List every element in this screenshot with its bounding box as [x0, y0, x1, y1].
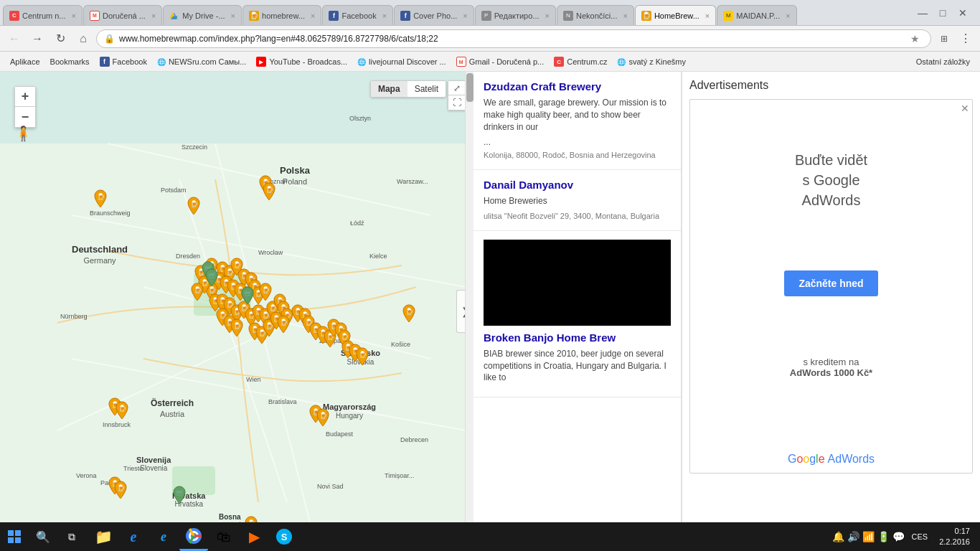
back-button[interactable]: ←: [4, 29, 24, 49]
keyboard-lang[interactable]: CES: [909, 532, 931, 541]
home-button[interactable]: ⌂: [73, 29, 93, 49]
task-view-button[interactable]: ⧉: [57, 522, 86, 551]
network-icon[interactable]: 📶: [862, 531, 875, 542]
tab-close-facebook[interactable]: ×: [382, 11, 387, 20]
taskbar-pinned-icons: 📁 e e 🛍 ▶: [86, 522, 301, 551]
listing-name-danail: Danail Damyanov: [484, 179, 671, 191]
tabs-area: CCentrum n...×MDoručená ...×My Drive -..…: [3, 0, 908, 25]
tab-close-redaktor[interactable]: ×: [545, 11, 550, 20]
bookmark-facebook-bm[interactable]: fFacebook: [95, 55, 151, 68]
map-container[interactable]: Polska Poland Deutschland Germany Österr…: [0, 72, 473, 551]
forward-button[interactable]: →: [27, 29, 47, 49]
ad-cta-button[interactable]: Začněte hned: [784, 270, 877, 296]
taskbar-icon-store[interactable]: 🛍: [209, 522, 238, 551]
tab-redaktor[interactable]: РРедактиро...×: [475, 5, 556, 25]
tab-centrum[interactable]: CCentrum n...×: [3, 5, 83, 25]
bookmark-bookmarks[interactable]: Bookmarks: [46, 56, 94, 67]
tab-facebook[interactable]: fFacebook×: [322, 5, 393, 25]
tab-close-homebrew1[interactable]: ×: [311, 11, 315, 20]
start-button[interactable]: [0, 522, 29, 551]
map-fullscreen-button[interactable]: ⛶: [448, 95, 466, 110]
map-beer-marker[interactable]: 🍺: [187, 196, 201, 219]
taskbar-icon-media[interactable]: ▶: [240, 522, 268, 551]
map-expand-button[interactable]: ⤢: [448, 81, 466, 95]
map-beer-marker[interactable]: 🍺: [113, 480, 128, 503]
map-beer-marker[interactable]: 🍺: [276, 314, 291, 337]
message-icon[interactable]: 💬: [892, 531, 905, 542]
map-type-satellite-button[interactable]: Satelit: [407, 81, 446, 97]
search-button[interactable]: 🔍: [29, 522, 57, 551]
city-lodz: Łódź: [350, 220, 364, 227]
map-beer-marker[interactable]: 🍺: [93, 189, 108, 212]
map-beer-marker[interactable]: 🍺: [355, 347, 369, 369]
tab-homebrew2[interactable]: 🍺HomeBrew...×: [635, 5, 716, 25]
bookmark-newsru[interactable]: 🌐NEWSru.com Самы...: [153, 55, 251, 68]
tab-maidan[interactable]: МMAIDAN.P...×: [717, 5, 796, 25]
map-beer-marker[interactable]: 🍺: [262, 182, 276, 204]
map-shop-marker[interactable]: 🛒: [204, 268, 219, 291]
taskbar-icon-chrome[interactable]: [179, 522, 208, 551]
listing-item-brokenbanjo[interactable]: Broken Banjo Home Brew BIAB brewer since…: [473, 231, 681, 397]
close-button[interactable]: ✕: [954, 4, 971, 22]
map-beer-marker[interactable]: 🍺: [115, 400, 129, 423]
taskbar-icon-edge[interactable]: e: [149, 522, 178, 551]
map-scrollbar[interactable]: [465, 72, 473, 551]
tab-close-mydrive[interactable]: ×: [231, 11, 235, 20]
bookmarks-bar: AplikaceBookmarksfFacebook🌐NEWSru.com Са…: [0, 52, 980, 72]
battery-icon[interactable]: 🔋: [877, 531, 890, 542]
tab-nekoncici[interactable]: NNekončíci...×: [557, 5, 634, 25]
bookmarks-other[interactable]: Ostatní záložky: [912, 56, 974, 67]
taskbar-icon-ie[interactable]: e: [119, 522, 148, 551]
address-bar[interactable]: 🔒 www.homebrewmap.com/index.php?lang=en#…: [96, 29, 931, 48]
tab-close-homebrew2[interactable]: ×: [705, 11, 710, 20]
bookmark-gmail-bm[interactable]: MGmail - Doručená p...: [452, 55, 549, 69]
tab-close-nekoncici[interactable]: ×: [623, 11, 627, 20]
bookmark-youtube[interactable]: ▶YouTube - Broadcas...: [252, 55, 352, 69]
tab-mydrive[interactable]: My Drive -...×: [163, 5, 242, 25]
tab-close-centrum[interactable]: ×: [72, 11, 76, 20]
maximize-button[interactable]: □: [934, 4, 951, 22]
taskbar-icon-explorer[interactable]: 📁: [89, 522, 118, 551]
map-beer-marker[interactable]: 🍺: [316, 408, 330, 430]
bookmark-livejournal[interactable]: 🌐livejournal Discover ...: [353, 55, 451, 68]
map-shop-marker[interactable]: 🛒: [240, 286, 255, 309]
map-beer-marker[interactable]: 🍺: [230, 318, 244, 341]
map-shop-marker[interactable]: 🛒: [172, 485, 187, 508]
reload-button[interactable]: ↻: [50, 29, 70, 49]
tab-close-maidan[interactable]: ×: [786, 11, 790, 20]
map-beer-marker[interactable]: 🍺: [190, 282, 204, 305]
map-type-map-button[interactable]: Mapa: [371, 81, 407, 97]
bookmark-aplikace[interactable]: Aplikace: [6, 56, 44, 67]
ad-close-button[interactable]: ✕: [961, 103, 969, 114]
tab-close-coverphoto[interactable]: ×: [463, 11, 467, 20]
internet-explorer-icon: e: [125, 528, 142, 545]
clock[interactable]: 0:17 2.2.2016: [935, 526, 974, 548]
extensions-button[interactable]: ⊞: [934, 29, 954, 49]
minimize-button[interactable]: —: [914, 4, 931, 22]
pegman[interactable]: 🧍: [14, 125, 32, 142]
tab-homebrew1[interactable]: 🍺homebrew...×: [242, 5, 321, 25]
ad-main-text: Buďte vidět s Google AdWords: [795, 150, 867, 210]
listing-image-brokenbanjo: [484, 240, 671, 326]
map-beer-marker[interactable]: 🍺: [402, 303, 416, 326]
listing-item-dzudzan[interactable]: Dzudzan Craft Brewery We are small, gara…: [473, 72, 681, 170]
listing-desc-brokenbanjo: BIAB brewer since 2010, beer judge on se…: [484, 348, 671, 384]
zoom-in-button[interactable]: +: [15, 87, 35, 107]
bookmark-centrum-bm[interactable]: CCentrum.cz: [550, 55, 611, 69]
listing-item-danail[interactable]: Danail Damyanov Home Breweries ulitsa "N…: [473, 170, 681, 231]
bookmark-favicon-gmail-bm: M: [456, 56, 466, 67]
menu-button[interactable]: ⋮: [956, 29, 976, 49]
taskbar-icon-skype[interactable]: S: [270, 522, 298, 551]
bookmark-svaty[interactable]: 🌐svatý z Kinešmy: [613, 55, 689, 68]
tab-dorucena[interactable]: MDoručená ...×: [83, 5, 162, 25]
tab-coverphoto[interactable]: fCover Pho...×: [394, 5, 474, 25]
map-scrollbar-thumb[interactable]: [466, 73, 473, 102]
volume-icon[interactable]: 🔊: [847, 531, 859, 542]
listing-ellipsis-dzudzan: ...: [484, 137, 671, 147]
tab-close-dorucena[interactable]: ×: [151, 11, 156, 20]
svg-text:🍺: 🍺: [280, 318, 288, 326]
bookmark-star-button[interactable]: ★: [906, 30, 923, 47]
zoom-out-button[interactable]: −: [15, 107, 35, 127]
svg-text:🍺: 🍺: [233, 321, 242, 330]
notification-icon[interactable]: 🔔: [832, 531, 844, 542]
